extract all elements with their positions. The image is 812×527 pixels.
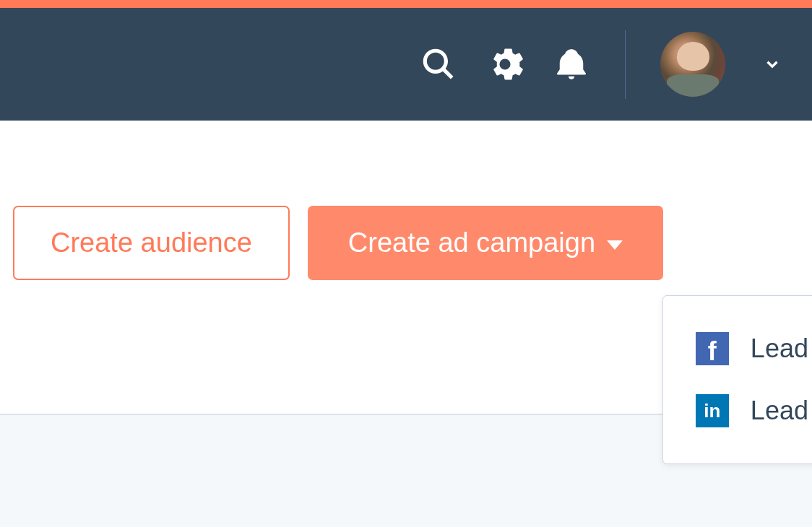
linkedin-icon: in [696, 394, 729, 427]
search-icon[interactable] [420, 45, 457, 83]
caret-down-icon [607, 240, 623, 250]
gear-icon[interactable] [486, 45, 524, 83]
content-area: Create audience Create ad campaign f Lea… [0, 121, 812, 280]
campaign-dropdown-menu: f Lead generation in Lead generation [662, 295, 812, 464]
create-ad-campaign-button[interactable]: Create ad campaign [308, 206, 663, 280]
nav-divider [625, 30, 626, 99]
action-button-row: Create audience Create ad campaign f Lea… [13, 206, 799, 280]
dropdown-item-facebook-lead-gen[interactable]: f Lead generation [663, 318, 812, 380]
top-accent-bar [0, 0, 812, 8]
create-ad-campaign-label: Create ad campaign [348, 227, 595, 258]
create-campaign-dropdown-wrapper: Create ad campaign f Lead generation in … [308, 206, 663, 280]
dropdown-item-linkedin-lead-gen[interactable]: in Lead generation [663, 380, 812, 442]
create-audience-button[interactable]: Create audience [13, 206, 290, 280]
dropdown-item-label: Lead generation [751, 334, 812, 364]
svg-line-1 [444, 69, 452, 77]
dropdown-item-label: Lead generation [751, 396, 812, 426]
account-chevron-icon[interactable] [761, 53, 783, 75]
avatar[interactable] [660, 32, 725, 97]
bell-icon[interactable] [553, 45, 590, 83]
svg-point-0 [425, 51, 446, 71]
top-nav [0, 8, 812, 121]
facebook-icon: f [696, 332, 729, 365]
